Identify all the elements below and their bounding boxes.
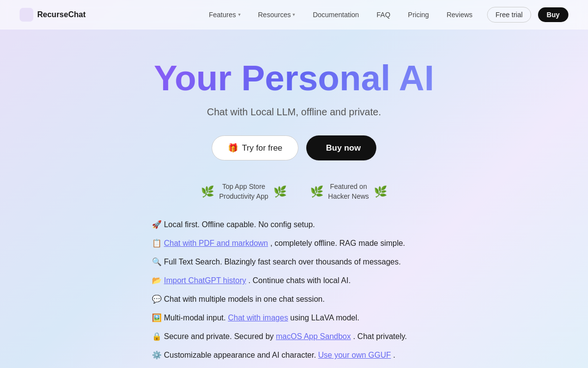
nav-faq-label: FAQ: [377, 11, 391, 19]
feature-7-link[interactable]: macOS App Sandbox: [276, 332, 351, 341]
badge-hn-line1: Featured on: [328, 182, 369, 192]
feature-2: 📋 Chat with PDF and markdown , completel…: [152, 237, 436, 249]
logo-icon: 🤖: [20, 8, 33, 22]
nav-pricing-label: Pricing: [408, 11, 429, 19]
badge-app-store-text: Top App Store Productivity App: [219, 182, 268, 201]
buy-now-label: Buy now: [326, 143, 361, 153]
badge-hacker-news-text: Featured on Hacker News: [328, 182, 369, 201]
feature-7: 🔒 Secure and private. Secured by macOS A…: [152, 331, 436, 342]
feature-2-emoji: 📋: [152, 239, 162, 247]
feature-1-emoji: 🚀: [152, 220, 162, 229]
feature-8-link[interactable]: Use your own GGUF: [318, 351, 391, 359]
feature-3-emoji: 🔍: [152, 258, 162, 266]
feature-8-after: .: [393, 351, 395, 359]
feature-2-after: , completely offline. RAG made simple.: [270, 239, 405, 247]
nav-features[interactable]: Features ▾: [202, 8, 247, 22]
feature-5-emoji: 💬: [152, 295, 162, 303]
feature-7-after: . Chat privately.: [353, 332, 407, 341]
feature-6: 🖼️ Multi-modal input. Chat with images u…: [152, 312, 436, 324]
chevron-down-icon: ▾: [293, 12, 295, 17]
feature-3-text: Full Text Search. Blazingly fast search …: [164, 258, 401, 266]
features-list: 🚀 Local first. Offline capable. No confi…: [142, 219, 446, 361]
brand-logo[interactable]: 🤖 RecurseChat: [20, 8, 86, 22]
feature-2-link[interactable]: Chat with PDF and markdown: [164, 239, 268, 247]
feature-5: 💬 Chat with multiple models in one chat …: [152, 293, 436, 305]
chevron-down-icon: ▾: [238, 12, 241, 17]
nav-reviews[interactable]: Reviews: [440, 8, 479, 22]
feature-1: 🚀 Local first. Offline capable. No confi…: [152, 219, 436, 231]
feature-8: ⚙️ Customizable appearance and AI charac…: [152, 349, 436, 361]
feature-6-emoji: 🖼️: [152, 314, 162, 322]
nav-features-label: Features: [209, 11, 236, 19]
laurel-right-2-icon: 🌿: [374, 185, 387, 198]
feature-8-before: Customizable appearance and AI character…: [164, 351, 318, 359]
feature-4-emoji: 📂: [152, 276, 162, 285]
hero-title: Your Personal AI: [154, 59, 434, 98]
feature-4-after: . Continue chats with local AI.: [248, 276, 351, 285]
gift-icon: 🎁: [228, 143, 238, 153]
feature-7-before: Secure and private. Secured by: [164, 332, 276, 341]
feature-7-emoji: 🔒: [152, 332, 162, 341]
hero-section: Your Personal AI Chat with Local LLM, of…: [0, 29, 588, 368]
try-free-button[interactable]: 🎁 Try for free: [212, 135, 299, 160]
feature-5-text: Chat with multiple models in one chat se…: [164, 295, 324, 303]
nav-documentation-label: Documentation: [313, 11, 359, 19]
free-trial-button[interactable]: Free trial: [487, 7, 531, 23]
nav-faq[interactable]: FAQ: [370, 8, 397, 22]
buy-now-button[interactable]: Buy now: [306, 135, 376, 160]
feature-6-after: using LLaVA model.: [290, 314, 359, 322]
feature-8-emoji: ⚙️: [152, 351, 162, 359]
feature-6-before: Multi-modal input.: [164, 314, 228, 322]
hero-buttons: 🎁 Try for free Buy now: [212, 135, 376, 160]
feature-1-text: Local first. Offline capable. No config …: [164, 220, 315, 229]
nav-links: Features ▾ Resources ▾ Documentation FAQ…: [202, 7, 568, 23]
badge-hn-line2: Hacker News: [328, 192, 369, 202]
badge-line2: Productivity App: [219, 192, 268, 202]
laurel-right-icon: 🌿: [273, 185, 287, 198]
feature-4: 📂 Import ChatGPT history . Continue chat…: [152, 275, 436, 287]
laurel-left-2-icon: 🌿: [310, 185, 323, 198]
nav-resources-label: Resources: [258, 11, 291, 19]
hero-subtitle: Chat with Local LLM, offline and private…: [207, 106, 381, 118]
laurel-left-icon: 🌿: [201, 185, 214, 198]
nav-resources[interactable]: Resources ▾: [251, 8, 302, 22]
award-badges: 🌿 Top App Store Productivity App 🌿 🌿 Fea…: [201, 182, 387, 201]
feature-3: 🔍 Full Text Search. Blazingly fast searc…: [152, 256, 436, 268]
navbar: 🤖 RecurseChat Features ▾ Resources ▾ Doc…: [0, 0, 588, 29]
badge-hacker-news: 🌿 Featured on Hacker News 🌿: [310, 182, 387, 201]
feature-6-link[interactable]: Chat with images: [228, 314, 288, 322]
brand-name: RecurseChat: [37, 10, 86, 19]
nav-reviews-label: Reviews: [446, 11, 472, 19]
badge-line1: Top App Store: [219, 182, 268, 192]
badge-app-store: 🌿 Top App Store Productivity App 🌿: [201, 182, 286, 201]
nav-documentation[interactable]: Documentation: [306, 8, 366, 22]
feature-4-link[interactable]: Import ChatGPT history: [164, 276, 246, 285]
buy-nav-button[interactable]: Buy: [538, 7, 568, 22]
try-free-label: Try for free: [242, 143, 283, 153]
nav-pricing[interactable]: Pricing: [401, 8, 436, 22]
svg-rect-0: [20, 8, 33, 22]
